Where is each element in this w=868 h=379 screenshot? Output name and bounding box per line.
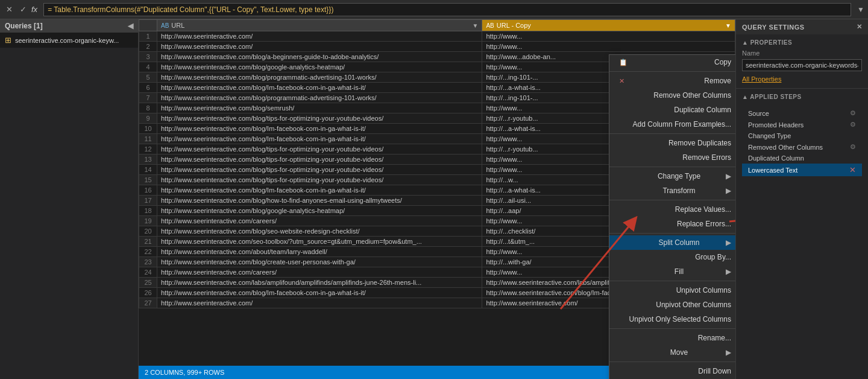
ctx-item-remove[interactable]: ✕Remove [609,74,735,88]
url-cell: http://www.seerinteractive.com/blog/tips… [157,165,482,175]
row-num: 7 [139,93,157,103]
table-row: 1 http://www.seerinteractive.com/ http:/… [139,31,735,42]
ctx-item-fill[interactable]: Fill▶ [609,264,735,279]
ctx-separator [609,167,735,167]
col-num-header [139,20,157,31]
ctx-item-drill-down[interactable]: Drill Down [609,364,735,378]
ctx-separator [609,133,735,134]
ctx-item-split-column[interactable]: Split Column▶ [609,235,735,250]
row-num: 16 [139,185,157,196]
url-cell: http://www.seerinteractive.com/blog/Im-f… [157,83,482,93]
step-item-lowercased-text[interactable]: Lowercased Text✕ [742,164,862,176]
url-cell: http://www.seerinteractive.com/blog/semr… [157,103,482,113]
row-num: 27 [139,298,157,308]
ctx-label-remove-errors: Remove Errors [682,153,731,162]
step-item-promoted-headers[interactable]: Promoted Headers⚙ [742,119,862,130]
formula-bar: ✕ ✓ fx ▼ [0,0,868,19]
qs-close-btn[interactable]: ✕ [857,23,863,31]
step-label-duplicated-col: Duplicated Column [748,154,804,162]
col-url-copy-label: URL - Copy [497,22,531,29]
url-cell: http://www.seerinteractive.com/blog/Im-f… [157,124,482,134]
ctx-item-replace-errors[interactable]: Replace Errors... [609,217,735,231]
url-cell: http://www.seerinteractive.com/blog/Im-f… [157,134,482,144]
url-copy-filter-btn[interactable]: ▼ [725,22,731,29]
url-cell: http://www.seerinteractive.com/careers/ [157,216,482,226]
url-cell: http://www.seerinteractive.com/seo-toolb… [157,237,482,247]
step-item-changed-type[interactable]: Changed Type [742,130,862,141]
row-num: 26 [139,288,157,298]
step-gear-icon[interactable]: ⚙ [850,121,856,129]
formula-dropdown-icon[interactable]: ▼ [857,5,864,14]
url-cell: http://www.seerinteractive.com/blog/tips… [157,154,482,165]
row-num: 20 [139,226,157,237]
ctx-label-group-by: Group By... [695,253,731,261]
status-left: 2 COLUMNS, 999+ ROWS [145,369,224,376]
main-layout: Queries [1] ◀ ⊞ seerinteractive.com-orga… [0,19,868,379]
url-cell: http://www.seerinteractive.com/blog/crea… [157,257,482,267]
queries-collapse-icon[interactable]: ◀ [128,22,133,30]
ctx-item-rename[interactable]: Rename... [609,331,735,345]
all-properties-link[interactable]: All Properties [742,75,781,83]
row-num: 8 [139,103,157,113]
copy-icon: 📋 [619,59,629,66]
row-num: 15 [139,175,157,185]
url-cell: http://www.seerinteractive.com/careers/ [157,267,482,278]
ctx-item-change-type[interactable]: Change Type▶ [609,169,735,183]
query-item[interactable]: ⊞ seerinteractive.com-organic-keyw... [0,33,138,48]
url-copy-type-icon: AB [486,22,494,29]
step-gear-icon[interactable]: ⚙ [850,109,856,117]
step-item-removed-other-cols[interactable]: Removed Other Columns⚙ [742,141,862,153]
ctx-item-transform[interactable]: Transform▶ [609,183,735,198]
ctx-label-unpivot-other: Unpivot Other Columns [656,301,731,309]
row-num: 22 [139,247,157,257]
row-num: 11 [139,134,157,144]
ctx-item-add-col-examples[interactable]: Add Column From Examples... [609,117,735,132]
ctx-item-remove-dups[interactable]: Remove Duplicates [609,136,735,150]
step-item-source[interactable]: Source⚙ [742,107,862,119]
applied-steps-label: ▲ APPLIED STEPS [742,94,862,100]
url-cell: http://www.seerinteractive.com/blog/Im-f… [157,288,482,298]
row-num: 6 [139,83,157,93]
ctx-item-duplicate-col[interactable]: Duplicate Column [609,103,735,117]
fx-label: fx [31,5,37,14]
formula-input[interactable] [43,3,851,16]
submenu-arrow-icon: ▶ [726,267,731,276]
ctx-separator [609,71,735,72]
close-formula-icon[interactable]: ✕ [4,4,15,15]
col-url-copy-header[interactable]: ABURL - Copy ▼ [482,20,735,31]
ctx-item-move[interactable]: Move▶ [609,345,735,360]
ctx-item-unpivot-cols[interactable]: Unpivot Columns [609,283,735,298]
ctx-label-duplicate-col: Duplicate Column [674,106,731,114]
step-delete-icon[interactable]: ✕ [849,165,856,174]
applied-steps-list: Source⚙Promoted Headers⚙Changed TypeRemo… [742,104,862,180]
query-settings-panel: QUERY SETTINGS ✕ ▲ PROPERTIES Name All P… [735,19,868,379]
ctx-label-copy: Copy [714,58,731,66]
url-type-icon: AB [161,22,169,29]
step-item-duplicated-col[interactable]: Duplicated Column [742,153,862,164]
row-num: 9 [139,113,157,124]
ctx-separator [609,281,735,281]
ctx-item-unpivot-other[interactable]: Unpivot Other Columns [609,298,735,312]
row-num: 10 [139,124,157,134]
row-num: 24 [139,267,157,278]
col-url-header[interactable]: ABURL ▼ [157,20,482,31]
ctx-item-replace-values[interactable]: Replace Values... [609,202,735,217]
ctx-item-remove-other-cols[interactable]: Remove Other Columns [609,88,735,103]
row-num: 18 [139,206,157,216]
ctx-label-fill: Fill [675,267,684,276]
ctx-label-remove-other-cols: Remove Other Columns [653,91,731,100]
ctx-label-unpivot-cols: Unpivot Columns [676,286,731,295]
ctx-item-copy[interactable]: 📋Copy [609,55,735,69]
ctx-label-replace-values: Replace Values... [675,205,731,214]
url-cell: http://www.seerinteractive.com/ [157,31,482,42]
confirm-formula-icon[interactable]: ✓ [17,4,29,15]
ctx-item-group-by[interactable]: Group By... [609,250,735,264]
step-gear-icon[interactable]: ⚙ [850,143,856,151]
qs-name-input[interactable] [742,59,862,71]
grid-icon: ⊞ [5,36,11,45]
url-cell: http://www.seerinteractive.com/ [157,298,482,308]
url-copy-cell: http://www... [482,42,735,52]
ctx-item-remove-errors[interactable]: Remove Errors [609,150,735,165]
ctx-item-unpivot-selected[interactable]: Unpivot Only Selected Columns [609,312,735,326]
url-filter-btn[interactable]: ▼ [473,22,479,29]
